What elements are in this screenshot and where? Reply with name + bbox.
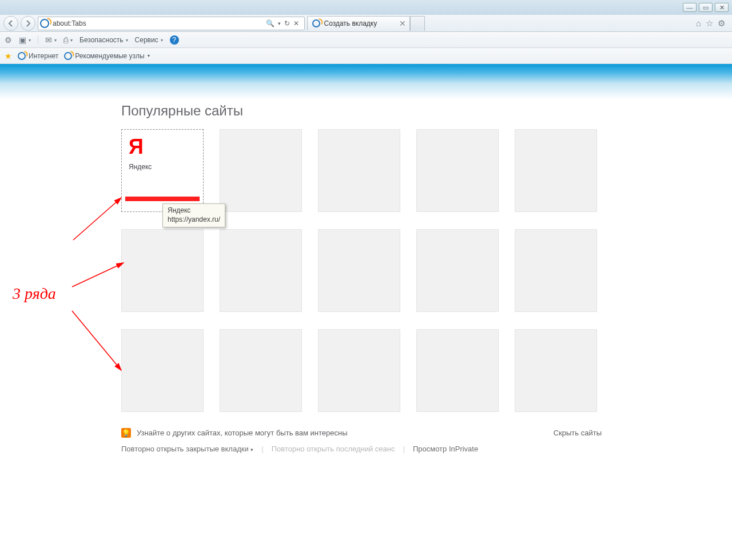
tile-accent-stripe (125, 197, 200, 201)
site-tile-empty[interactable] (416, 129, 499, 212)
stop-icon[interactable]: ✕ (293, 19, 299, 27)
site-tile-empty[interactable] (515, 229, 597, 312)
site-tile-empty[interactable] (318, 329, 400, 412)
os-titlebar: — ▭ ✕ (0, 0, 732, 15)
site-tile-empty[interactable] (515, 329, 597, 412)
site-tile-empty[interactable] (121, 329, 204, 412)
window-close-button[interactable]: ✕ (715, 3, 729, 12)
tabs-strip: Создать вкладку ✕ (307, 16, 425, 31)
site-tile-empty[interactable] (220, 229, 302, 312)
url-input[interactable] (51, 19, 260, 28)
site-tile-empty[interactable] (220, 129, 302, 212)
discover-row: 💡 Узнайте о других сайтах, которые могут… (121, 428, 602, 438)
tooltip-title: Яндекс (168, 206, 220, 215)
lightbulb-icon: 💡 (121, 428, 131, 438)
svg-line-0 (73, 198, 121, 240)
tools-icon[interactable]: ⚙ (718, 18, 725, 29)
mail-dropdown[interactable]: ✉▾ (45, 35, 57, 45)
new-tab-button[interactable] (410, 16, 425, 31)
tab-title: Создать вкладку (324, 19, 377, 27)
back-button[interactable] (3, 16, 18, 31)
add-favorite-icon[interactable]: ★ (5, 51, 12, 61)
inprivate-link[interactable]: Просмотр InPrivate (413, 445, 478, 453)
page-banner (0, 64, 732, 99)
address-bar[interactable]: 🔍 ▾ ↻ ✕ (38, 17, 305, 30)
svg-line-2 (72, 311, 121, 370)
annotation-label: 3 ряда (13, 285, 56, 303)
tile-tooltip: Яндекс https://yandex.ru/ (162, 203, 225, 227)
page-title: Популярные сайты (121, 103, 602, 119)
favorites-icon[interactable]: ☆ (706, 18, 713, 29)
safety-menu[interactable]: Безопасность▾ (79, 36, 128, 44)
discover-sites-link[interactable]: Узнайте о других сайтах, которые могут б… (137, 429, 348, 437)
site-tile-empty[interactable] (121, 229, 204, 312)
refresh-icon[interactable]: ↻ (284, 19, 290, 27)
site-tile-empty[interactable] (318, 129, 400, 212)
search-dropdown-icon[interactable]: ▾ (278, 21, 281, 26)
site-tile-empty[interactable] (416, 229, 499, 312)
close-tab-icon[interactable]: ✕ (399, 19, 406, 27)
svg-line-1 (72, 263, 124, 287)
ie-icon (64, 52, 72, 60)
service-menu[interactable]: Сервис▾ (135, 36, 163, 44)
tile-site-name: Яндекс (129, 163, 196, 171)
favorites-bar: ★ Интернет Рекомендуемые узлы▾ (0, 48, 732, 64)
ie-icon (40, 19, 49, 28)
navbar: 🔍 ▾ ↻ ✕ Создать вкладку ✕ ⌂ ☆ ⚙ (0, 15, 732, 32)
favorite-internet[interactable]: Интернет (18, 52, 58, 60)
tile-letter: Я (129, 137, 196, 157)
navbar-right-icons: ⌂ ☆ ⚙ (693, 18, 729, 29)
tab-active[interactable]: Создать вкладку ✕ (307, 16, 410, 31)
site-tile-empty[interactable] (416, 329, 499, 412)
reopen-last-session-link: Повторно открыть последний сеанс (272, 445, 395, 453)
reopen-closed-tabs-link[interactable]: Повторно открыть закрытые вкладки ▾ (121, 445, 253, 453)
address-tools: 🔍 ▾ ↻ ✕ (262, 19, 303, 27)
site-tiles-grid: Я Яндекс (121, 129, 602, 412)
ie-icon (312, 19, 320, 27)
forward-button[interactable] (21, 16, 35, 31)
help-button[interactable]: ? (170, 35, 179, 45)
hide-sites-link[interactable]: Скрыть сайты (554, 429, 602, 437)
home-icon[interactable]: ⌂ (696, 18, 701, 28)
site-tile-empty[interactable] (515, 129, 597, 212)
session-links-row: Повторно открыть закрытые вкладки ▾ | По… (121, 445, 602, 453)
site-tile-empty[interactable] (220, 329, 302, 412)
command-bar: ⚙ ▣▾ ✉▾ ⎙▾ Безопасность▾ Сервис▾ ? (0, 32, 732, 48)
rss-dropdown[interactable]: ▣▾ (19, 35, 31, 45)
minimize-button[interactable]: — (683, 3, 697, 12)
tools-gear-icon[interactable]: ⚙ (5, 35, 12, 45)
tooltip-url: https://yandex.ru/ (168, 215, 220, 224)
favorite-recommended[interactable]: Рекомендуемые узлы▾ (64, 52, 149, 60)
site-tile-yandex[interactable]: Я Яндекс (121, 129, 204, 212)
ie-icon (18, 52, 26, 60)
maximize-button[interactable]: ▭ (699, 3, 713, 12)
search-icon[interactable]: 🔍 (266, 19, 274, 27)
print-dropdown[interactable]: ⎙▾ (63, 35, 73, 45)
site-tile-empty[interactable] (318, 229, 400, 312)
page-content: Популярные сайты Я Яндекс 💡 Узнайте о др… (121, 103, 602, 453)
